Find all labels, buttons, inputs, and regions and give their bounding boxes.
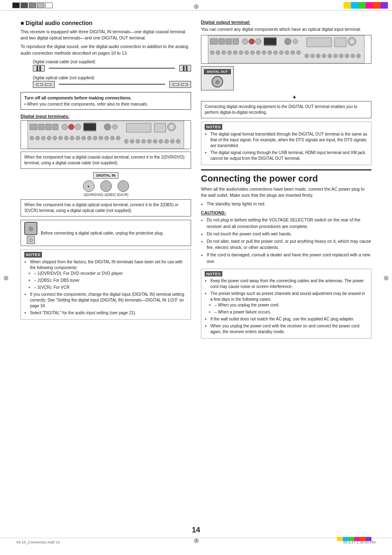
svg-point-65 — [285, 51, 289, 55]
warning-body: • When you connect the components, refer… — [24, 101, 148, 106]
svg-point-24 — [111, 136, 115, 140]
svg-point-79 — [345, 54, 349, 58]
coaxial-dash — [49, 68, 175, 69]
svg-point-17 — [70, 136, 74, 140]
svg-rect-4 — [53, 124, 58, 130]
svg-point-33 — [142, 139, 146, 143]
digital-output-title: Digital output terminal: — [201, 20, 371, 25]
svg-point-54 — [222, 51, 226, 55]
power-cord-bullets: The standby lamp lights in red. — [201, 201, 371, 207]
cable-diagram-optical: Digital optical cable (not supplied) ⊏⊐ … — [33, 76, 191, 88]
coaxial-label: Digital coaxial cable (not supplied) — [33, 60, 191, 64]
svg-point-81 — [357, 54, 361, 58]
coaxial-plug-left: ▐ ▌ — [33, 65, 45, 71]
arrow-pointer: ▲ — [217, 94, 371, 99]
svg-point-59 — [251, 51, 255, 55]
svg-point-47 — [242, 39, 248, 44]
digital-out-port: ◎ — [212, 76, 223, 88]
svg-point-55 — [228, 51, 232, 55]
svg-point-21 — [93, 136, 97, 140]
power-cord-section: Connecting the power cord When all the a… — [201, 169, 371, 339]
svg-rect-44 — [219, 39, 225, 44]
notes-box-right: NOTES The digital signal format transmit… — [201, 122, 371, 165]
svg-rect-43 — [210, 39, 218, 44]
notes-subitem: – 1(DVR/DVD): For DVD recorder or DVD pl… — [34, 271, 187, 276]
cable-diagram-coaxial: Digital coaxial cable (not supplied) ▐ ▌… — [33, 60, 191, 71]
svg-point-61 — [262, 51, 266, 55]
svg-point-37 — [165, 139, 169, 143]
svg-point-29 — [169, 124, 174, 129]
footer-left: 06-15_Connection.indd 14 — [16, 540, 60, 544]
svg-point-57 — [239, 51, 243, 55]
digital-out-box: Connecting digital recording equipment t… — [201, 101, 371, 118]
left-column: Digital audio connection This receiver i… — [21, 20, 191, 343]
svg-point-19 — [82, 136, 86, 140]
svg-point-75 — [322, 54, 326, 58]
warning-box: Turn off all components before making co… — [21, 92, 191, 110]
caution-item: If the cord is damaged, consult a dealer… — [207, 252, 371, 264]
svg-point-58 — [245, 51, 249, 55]
svg-point-34 — [148, 139, 152, 143]
svg-point-30 — [125, 139, 129, 143]
notes2-list: Keep the power cord away from the connec… — [205, 278, 368, 335]
svg-point-72 — [305, 54, 309, 58]
svg-rect-51 — [264, 38, 277, 45]
svg-rect-26 — [127, 123, 151, 132]
svg-point-22 — [99, 136, 103, 140]
svg-point-40 — [104, 124, 111, 130]
notes2-item: The preset settings such as preset chann… — [210, 291, 368, 315]
cautions-block: CAUTIONS: Do not plug in before setting … — [201, 210, 371, 265]
svg-rect-2 — [39, 124, 44, 130]
caution-item: Do not plug in before setting the VOLTAG… — [207, 217, 371, 229]
notes2-item: When you unplug the power cord with the … — [210, 323, 368, 335]
notes2-header: NOTES — [205, 271, 222, 276]
notes-box-left: NOTES When shipped from the factory, the… — [21, 249, 191, 319]
notes2-subitem: – When a power failure occurs. — [214, 309, 368, 315]
svg-point-15 — [59, 136, 63, 140]
optical-plug-right: ⊏⊐ ⊏⊐ — [169, 81, 191, 88]
caution-item: Do not alter, twist or pull the power co… — [207, 238, 371, 251]
svg-point-16 — [65, 136, 69, 140]
svg-point-36 — [159, 139, 163, 143]
optical-plug-box: ◎ ⬡ Before connecting a digital optical … — [21, 220, 191, 246]
svg-rect-3 — [46, 124, 51, 130]
crosshair-bottom: ⊕ — [194, 537, 199, 544]
receiver-panel-input — [21, 120, 191, 149]
notes-box-right2: NOTES Keep the power cord away from the … — [201, 269, 371, 339]
power-cord-title: Connecting the power cord — [201, 174, 371, 184]
power-cord-bullet: The standby lamp lights in red. — [207, 201, 371, 207]
svg-rect-27 — [154, 123, 166, 132]
svg-point-5 — [62, 124, 68, 130]
svg-point-63 — [274, 51, 278, 55]
digital-out-terminal: DIGITAL OUT ◎ — [201, 66, 234, 90]
svg-rect-46 — [233, 39, 239, 44]
optical-cable-line: ⊏⊐ ⊏⊐ ⊏⊐ ⊏⊐ — [33, 81, 191, 88]
optical-plug-text: Before connecting a digital optical cabl… — [41, 231, 164, 235]
svg-rect-1 — [30, 124, 37, 130]
crosshair-top: ⊕ — [194, 2, 199, 10]
page-number: 14 — [192, 526, 200, 534]
svg-rect-45 — [226, 39, 232, 44]
svg-point-13 — [47, 136, 51, 140]
svg-point-20 — [88, 136, 92, 140]
notes-item: Select "DIGITAL" for the audio input set… — [30, 310, 187, 316]
notes-list-left: When shipped from the factory, the DIGIT… — [24, 259, 187, 316]
svg-point-10 — [30, 136, 34, 140]
notes-item: The digital signal coming through the US… — [210, 150, 368, 161]
digital-input-title: Digital input terminals: — [21, 114, 191, 119]
notes-subitem: – 3(VCR): For VCR — [34, 285, 187, 290]
svg-point-73 — [311, 54, 315, 58]
svg-point-67 — [297, 51, 301, 55]
notes-item: When shipped from the factory, the DIGIT… — [30, 259, 187, 290]
notes2-item: If the wall outlet does not match the AC… — [210, 316, 368, 322]
svg-point-48 — [249, 39, 255, 44]
notes-header-right: NOTES — [205, 124, 222, 129]
svg-point-82 — [285, 38, 291, 45]
right-column: Digital output terminal: You can connect… — [201, 20, 371, 343]
caution-item: Do not touch the power cord with wet han… — [207, 231, 371, 237]
svg-point-6 — [69, 124, 74, 130]
notes-item: The digital signal format transmitted th… — [210, 131, 368, 149]
svg-point-38 — [171, 139, 175, 143]
notes-list-right: The digital signal format transmitted th… — [205, 131, 368, 161]
intro-text-1: This receiver is equipped with three DIG… — [21, 29, 191, 41]
